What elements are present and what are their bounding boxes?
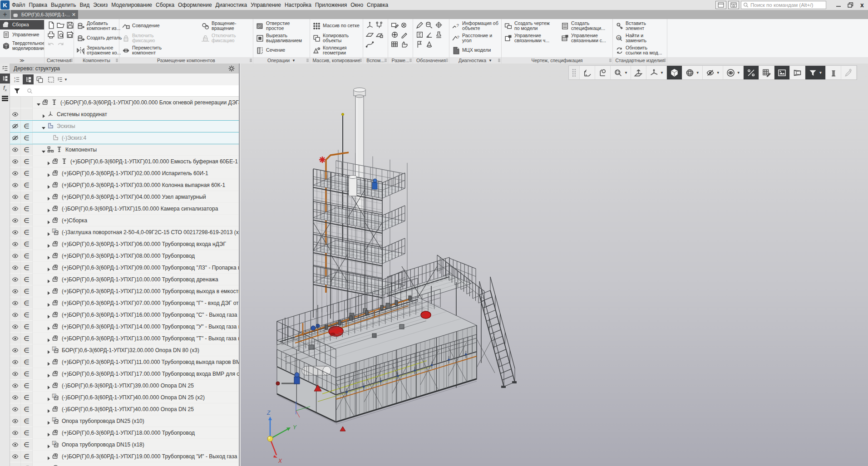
- mode-управление[interactable]: Управление: [0, 30, 44, 39]
- menu-3[interactable]: Выделить: [49, 0, 78, 10]
- tree-tool-tree-struct[interactable]: [23, 74, 34, 84]
- tree-row-19[interactable]: ∈(+)БОР(Г)0,6-3(60РД-1-УПХГ)14.00.000 Тр…: [10, 321, 239, 333]
- mode-сборка[interactable]: Сборка: [0, 20, 44, 29]
- tree-filter-row[interactable]: [10, 85, 239, 97]
- menu-13[interactable]: Окно: [349, 0, 365, 10]
- add-comp-button[interactable]: Добавить компонент из...: [76, 20, 121, 32]
- visibility-eye-icon[interactable]: [10, 356, 21, 368]
- expander-icon[interactable]: [46, 336, 51, 341]
- section-button[interactable]: Сечение: [256, 44, 285, 56]
- expander-icon[interactable]: [46, 242, 51, 246]
- cone-button[interactable]: [425, 40, 434, 49]
- copy-obj-button[interactable]: Копировать объекты: [312, 32, 349, 44]
- visibility-eye-icon[interactable]: [10, 215, 21, 226]
- dist-angle-button[interactable]: ?Расстояние и угол: [452, 32, 492, 44]
- expander-icon[interactable]: [41, 124, 46, 128]
- visibility-eye-icon[interactable]: [10, 167, 21, 179]
- insert-elem-button[interactable]: Вставить элемент: [615, 20, 646, 32]
- tree-row-26[interactable]: ∈(-)БОР(Г)0,6-3(60РД-1-УПХГ)40.00.000 Оп…: [10, 403, 239, 415]
- tree-row-28[interactable]: ∈(+)БОР(Г)0,6-3(60РД-1-УПХГ)18.00.000 Тр…: [10, 427, 239, 439]
- hand-button[interactable]: [400, 40, 409, 49]
- visibility-eye-icon[interactable]: [10, 108, 21, 120]
- edit-grid[interactable]: [759, 66, 774, 79]
- visibility-eye-icon[interactable]: [10, 179, 21, 191]
- mode-твердотельное[interactable]: Твердотельное моделирование: [0, 40, 44, 52]
- tree-tab[interactable]: [0, 74, 10, 83]
- move-comp-button[interactable]: Переместить компонент: [122, 44, 162, 56]
- menu-1[interactable]: Файл: [10, 0, 27, 10]
- new-tab-button[interactable]: +: [0, 10, 10, 19]
- window-settings-icon[interactable]: [728, 1, 739, 9]
- tree-row-21[interactable]: ∈2БОР(Г)0,6-3(60РД-1-УПХГ)32.00.000 Опор…: [10, 344, 239, 356]
- menu-5[interactable]: Эскиз: [91, 0, 109, 10]
- cyl-button[interactable]: [425, 21, 434, 29]
- expander-icon[interactable]: [46, 395, 51, 400]
- find-replace-button[interactable]: ABНайти и заменить: [615, 32, 646, 44]
- note-e-button[interactable]: [415, 30, 424, 39]
- geom-tree-button[interactable]: [375, 21, 384, 29]
- expander-icon[interactable]: [46, 136, 51, 140]
- menu-14[interactable]: Справка: [365, 0, 390, 10]
- visibility-eye-icon[interactable]: [10, 439, 21, 451]
- tree-row-4[interactable]: ∈Компоненты: [10, 144, 239, 156]
- filter-objects[interactable]: ▼: [805, 66, 826, 79]
- visibility-eye-icon[interactable]: [10, 203, 21, 215]
- tree-tool-sheets[interactable]: [34, 74, 45, 84]
- visibility-eye-icon[interactable]: [10, 344, 21, 356]
- shaded-display[interactable]: [667, 66, 682, 79]
- expander-icon[interactable]: [46, 372, 51, 376]
- tree-row-20[interactable]: ∈(+)БОР(Г)0,6-3(60РД-1-УПХГ)13.00.000 Тр…: [10, 333, 239, 344]
- model-viewport[interactable]: ZYX ▼▼▼▼▼▼: [241, 64, 868, 466]
- tree-row-23[interactable]: ∈(+)БОР(Г)0,6-3(60РД-1-УПХГ)17.00.000 Тр…: [10, 368, 239, 380]
- pen2-button[interactable]: [400, 30, 409, 39]
- array-grid-button[interactable]: Массив по сетке: [312, 20, 360, 32]
- visibility-eye-icon[interactable]: [10, 226, 21, 238]
- measure-column[interactable]: [826, 66, 841, 79]
- visibility-eye-icon[interactable]: [10, 297, 21, 309]
- tree-row-24[interactable]: ∈(-)БОР(Г)0,6-3(60РД-1-УПХГ)39.00.000 Оп…: [10, 380, 239, 392]
- tree-row-27[interactable]: ∈2Опора трубопровода DN25 (x10): [10, 415, 239, 427]
- variables-tab[interactable]: fx: [0, 83, 10, 93]
- tree-row-14[interactable]: ∈(+)БОР(Г)0,6-3(60РД-1-УПХГ)09.00.000 Тр…: [10, 262, 239, 274]
- tab-close-icon[interactable]: ✕: [72, 12, 76, 18]
- hide-objects[interactable]: ▼: [703, 66, 723, 79]
- mate-button[interactable]: Совпадение: [122, 20, 160, 32]
- expander-icon[interactable]: [46, 324, 51, 329]
- tree-row-1[interactable]: Системы координат: [10, 108, 239, 120]
- plane-button[interactable]: [365, 30, 374, 39]
- display-mode[interactable]: ▼: [682, 66, 703, 79]
- close-button[interactable]: x: [856, 0, 868, 10]
- save-button[interactable]: [66, 21, 74, 29]
- tree-row-29[interactable]: ∈2Опора трубопровода DN15 (x18): [10, 439, 239, 451]
- tree-row-8[interactable]: ∈(+)БОР(Г)0,6-3(60РД-1-УПХГ)04.00.000 Уз…: [10, 191, 239, 203]
- visibility-eye-icon[interactable]: [10, 156, 21, 167]
- visibility-eye-icon[interactable]: [10, 262, 21, 274]
- manage-draw-button[interactable]: Управление связанными ч...: [504, 32, 549, 44]
- visibility-eye-icon[interactable]: [10, 462, 21, 466]
- expander-icon[interactable]: [36, 100, 41, 105]
- expander-icon[interactable]: [46, 254, 51, 258]
- modes-collapse-chevron[interactable]: ≫: [0, 57, 44, 64]
- minimize-button[interactable]: [833, 0, 844, 10]
- toolbar-grip[interactable]: [569, 66, 580, 79]
- visibility-eye-icon[interactable]: [10, 333, 21, 344]
- visibility-eye-icon[interactable]: [10, 380, 21, 392]
- expander-icon[interactable]: [46, 442, 51, 447]
- menu-8[interactable]: Оформление: [176, 0, 213, 10]
- visibility-eye-icon[interactable]: [10, 274, 21, 285]
- local-csys[interactable]: [595, 66, 611, 79]
- tree-row-17[interactable]: ∈(+)БОР(Г)0,6-3(60РД-1-УПХГ)07.00.000 Тр…: [10, 297, 239, 309]
- visibility-eye-icon[interactable]: [10, 120, 21, 132]
- expander-icon[interactable]: [46, 265, 51, 270]
- expander-icon[interactable]: [46, 159, 51, 164]
- cut-extrude-button[interactable]: Вырезать выдавливанием: [256, 32, 302, 44]
- expander-icon[interactable]: [46, 348, 51, 353]
- expander-icon[interactable]: [46, 206, 51, 211]
- new-part-button[interactable]: Создать деталь: [76, 32, 122, 44]
- orientation[interactable]: ▼: [646, 66, 667, 79]
- expander-icon[interactable]: [46, 431, 51, 435]
- menu-10[interactable]: Управление: [249, 0, 283, 10]
- redo-button[interactable]: [56, 40, 65, 49]
- print-button[interactable]: [47, 30, 55, 39]
- marker-button[interactable]: [415, 21, 424, 29]
